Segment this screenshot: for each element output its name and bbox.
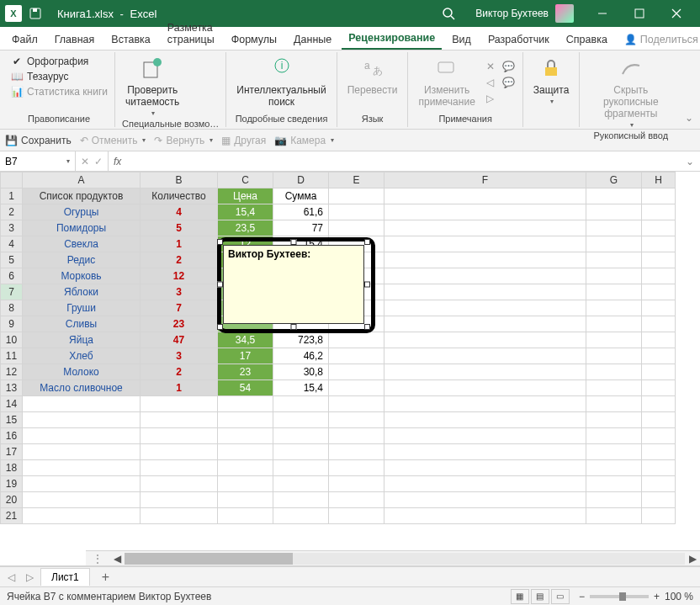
row-header-8[interactable]: 8 (1, 300, 23, 316)
row-header-9[interactable]: 9 (1, 316, 23, 332)
cell[interactable]: 1 (141, 380, 218, 396)
cell[interactable]: Сумма (273, 188, 329, 204)
row-header-19[interactable]: 19 (1, 476, 23, 492)
cell[interactable]: Цена (218, 188, 273, 204)
horizontal-scrollbar[interactable]: ⋮◀▶ (86, 550, 700, 565)
cell[interactable]: Яйца (23, 332, 141, 348)
tab-вставка[interactable]: Вставка (104, 29, 156, 50)
cell[interactable]: 12 (141, 268, 218, 284)
hide-ink-button[interactable]: Скрыть рукописные фрагменты▾ (586, 54, 675, 130)
cell[interactable]: 47 (141, 332, 218, 348)
cell[interactable]: Редис (23, 252, 141, 268)
cell[interactable]: 61,6 (273, 204, 329, 220)
select-all-corner[interactable] (1, 172, 23, 188)
delete-comment-button[interactable]: ✕ (484, 59, 497, 74)
sheet-tab[interactable]: Лист1 (40, 568, 90, 586)
other-button[interactable]: ▦Другая (221, 135, 266, 146)
row-header-17[interactable]: 17 (1, 444, 23, 460)
cell[interactable]: Молоко (23, 364, 141, 380)
row-header-2[interactable]: 2 (1, 204, 23, 220)
fx-icon[interactable]: fx (109, 156, 126, 167)
row-header-10[interactable]: 10 (1, 332, 23, 348)
zoom-out-button[interactable]: − (579, 591, 585, 602)
cell[interactable]: Свекла (23, 236, 141, 252)
cell[interactable]: 4 (141, 204, 218, 220)
row-header-11[interactable]: 11 (1, 348, 23, 364)
worksheet-grid[interactable]: ABCDEFGH1Список продуктовКоличествоЦенаС… (0, 172, 700, 566)
column-header-A[interactable]: A (23, 172, 141, 188)
zoom-control[interactable]: − + 100 % (579, 591, 693, 602)
cell[interactable]: 23 (141, 316, 218, 332)
cell[interactable]: 2 (141, 364, 218, 380)
thesaurus-button[interactable]: 📖Тезаурус (10, 69, 108, 84)
check-accessibility-button[interactable]: Проверить читаемость▾ (122, 54, 183, 119)
tab-главная[interactable]: Главная (48, 29, 102, 50)
cell[interactable]: 3 (141, 284, 218, 300)
column-header-B[interactable]: B (141, 172, 218, 188)
cell[interactable]: 34,5 (218, 332, 273, 348)
close-button[interactable] (658, 0, 695, 27)
cell[interactable]: Морковь (23, 268, 141, 284)
row-header-5[interactable]: 5 (1, 252, 23, 268)
comment-popup[interactable]: Виктор Бухтеев: (223, 245, 364, 324)
cell[interactable]: Яблоки (23, 284, 141, 300)
cell[interactable]: 1 (141, 236, 218, 252)
collapse-ribbon-button[interactable]: ⌄ (681, 52, 697, 127)
page-layout-view-button[interactable]: ▤ (531, 589, 549, 604)
undo-button[interactable]: ↶Отменить▾ (80, 135, 146, 146)
column-header-E[interactable]: E (329, 172, 384, 188)
add-sheet-button[interactable]: + (93, 570, 118, 585)
normal-view-button[interactable]: ▦ (511, 589, 529, 604)
tab-файл[interactable]: Файл (5, 29, 45, 50)
cell[interactable]: 23,5 (218, 220, 273, 236)
edit-comment-button[interactable]: Изменить примечание (415, 54, 478, 109)
tab-справка[interactable]: Справка (559, 29, 614, 50)
prev-comment-button[interactable]: ◁ (484, 75, 497, 90)
column-header-F[interactable]: F (384, 172, 586, 188)
next-comment-button[interactable]: ▷ (484, 91, 497, 106)
row-header-12[interactable]: 12 (1, 364, 23, 380)
tab-формулы[interactable]: Формулы (225, 29, 284, 50)
cell[interactable]: 23 (218, 364, 273, 380)
tab-рецензирование[interactable]: Рецензирование (342, 28, 442, 50)
cancel-formula-icon[interactable]: ✕ (81, 156, 89, 167)
protect-button[interactable]: Защита▾ (530, 54, 573, 107)
cell[interactable]: 77 (273, 220, 329, 236)
user-account[interactable]: Виктор Бухтеев (475, 4, 574, 23)
spelling-button[interactable]: ✔Орфография (10, 54, 108, 69)
tab-вид[interactable]: Вид (445, 29, 478, 50)
row-header-21[interactable]: 21 (1, 508, 23, 524)
column-header-D[interactable]: D (273, 172, 329, 188)
autosave-icon[interactable] (27, 5, 44, 22)
row-header-6[interactable]: 6 (1, 268, 23, 284)
cell[interactable]: Сливы (23, 316, 141, 332)
search-icon[interactable] (442, 7, 459, 20)
translate-button[interactable]: aあ Перевести (344, 54, 401, 98)
cell[interactable]: 54 (218, 380, 273, 396)
workbook-stats-button[interactable]: 📊Статистика книги (10, 84, 108, 99)
expand-formula-bar[interactable]: ⌄ (680, 156, 700, 167)
column-header-G[interactable]: G (586, 172, 642, 188)
row-header-7[interactable]: 7 (1, 284, 23, 300)
row-header-14[interactable]: 14 (1, 396, 23, 412)
share-button[interactable]: 👤Поделиться (618, 29, 700, 50)
column-header-H[interactable]: H (642, 172, 676, 188)
name-box[interactable]: ▾ (0, 151, 76, 171)
smart-lookup-button[interactable]: i Интеллектуальный поиск (233, 54, 329, 109)
row-header-15[interactable]: 15 (1, 412, 23, 428)
row-header-1[interactable]: 1 (1, 188, 23, 204)
row-header-4[interactable]: 4 (1, 236, 23, 252)
row-header-3[interactable]: 3 (1, 220, 23, 236)
cell[interactable]: 46,2 (273, 348, 329, 364)
show-comment-button[interactable]: 💬 (502, 59, 516, 74)
row-header-13[interactable]: 13 (1, 380, 23, 396)
cell[interactable]: 7 (141, 300, 218, 316)
cell[interactable]: Масло сливочное (23, 380, 141, 396)
cell[interactable]: 5 (141, 220, 218, 236)
cell[interactable]: Огурцы (23, 204, 141, 220)
row-header-18[interactable]: 18 (1, 460, 23, 476)
maximize-button[interactable] (621, 0, 658, 27)
enter-formula-icon[interactable]: ✓ (94, 156, 103, 167)
tab-разработчик[interactable]: Разработчик (481, 29, 556, 50)
cell[interactable]: 15,4 (218, 204, 273, 220)
